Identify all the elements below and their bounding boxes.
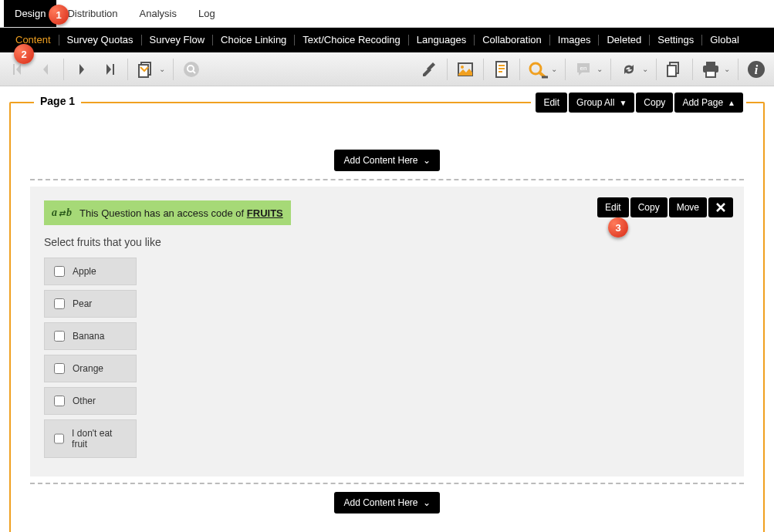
- sync-button[interactable]: [616, 56, 642, 82]
- svg-rect-17: [706, 62, 715, 66]
- sub-nav-content[interactable]: Content: [8, 35, 59, 45]
- copy-icon: [665, 60, 684, 79]
- print-button[interactable]: [698, 56, 724, 82]
- design-tools-icon: [420, 60, 438, 79]
- add-content-top-button[interactable]: Add Content Here ⌄: [334, 150, 439, 171]
- info-button[interactable]: i: [743, 56, 769, 82]
- sub-nav-survey-flow[interactable]: Survey Flow: [142, 35, 214, 45]
- pages-dropdown-icon[interactable]: ⌄: [159, 65, 165, 73]
- sub-nav-choice-linking[interactable]: Choice Linking: [213, 35, 295, 45]
- chevron-left-icon: [38, 62, 53, 77]
- choice-label: Orange: [73, 363, 103, 374]
- choice-checkbox[interactable]: [54, 396, 65, 406]
- translate-button[interactable]: en: [570, 56, 597, 82]
- sync-icon: [620, 60, 638, 79]
- image-button[interactable]: [452, 56, 478, 82]
- preview-icon: [527, 60, 549, 79]
- sub-nav-languages[interactable]: Languages: [409, 35, 475, 45]
- print-icon: [701, 60, 721, 79]
- question-move-button[interactable]: Move: [669, 197, 707, 217]
- choice-item[interactable]: Pear: [44, 290, 137, 318]
- access-code-value[interactable]: FRUITS: [247, 207, 283, 219]
- page-add-page-button[interactable]: Add Page ▲: [674, 93, 743, 113]
- sub-nav-settings[interactable]: Settings: [650, 35, 702, 45]
- access-code-icon: a⇄b: [52, 207, 72, 219]
- sub-nav: Content Survey Quotas Survey Flow Choice…: [0, 28, 774, 52]
- page-box: Page 1 Edit Group All ▼ Copy Add Page ▲ …: [9, 102, 765, 532]
- main-nav-analysis[interactable]: Analysis: [129, 0, 188, 27]
- annotation-bubble-1: 1: [49, 5, 69, 25]
- choice-checkbox[interactable]: [54, 363, 65, 374]
- svg-point-11: [530, 63, 541, 74]
- search-icon: [183, 61, 200, 78]
- chevron-down-icon: ⌄: [423, 155, 431, 166]
- add-content-bottom-label: Add Content Here: [343, 497, 417, 508]
- choice-label: Pear: [73, 298, 92, 309]
- sub-nav-global[interactable]: Global: [702, 35, 747, 45]
- choice-item[interactable]: Apple: [44, 258, 137, 285]
- chevron-right-icon: [74, 62, 90, 77]
- design-tools-button[interactable]: [416, 56, 442, 82]
- choice-checkbox[interactable]: [54, 266, 65, 277]
- main-nav-log[interactable]: Log: [188, 0, 226, 27]
- dashed-divider: [30, 179, 744, 180]
- document-icon: [493, 60, 510, 79]
- svg-rect-16: [668, 66, 676, 76]
- annotation-bubble-3: 3: [608, 217, 628, 237]
- page-copy-button[interactable]: Copy: [636, 93, 673, 113]
- sub-nav-deleted[interactable]: Deleted: [599, 35, 650, 45]
- preview-button[interactable]: [525, 56, 551, 82]
- annotation-bubble-2: 2: [14, 44, 34, 64]
- question-copy-button[interactable]: Copy: [630, 197, 668, 217]
- pages-icon: [137, 60, 155, 79]
- page-group-all-label: Group All: [576, 97, 614, 108]
- question-block: Edit Copy Move 3 a⇄b This Question has a…: [30, 187, 744, 476]
- sub-nav-survey-quotas[interactable]: Survey Quotas: [59, 35, 142, 45]
- page-canvas: Page 1 Edit Group All ▼ Copy Add Page ▲ …: [0, 86, 774, 532]
- choice-checkbox[interactable]: [54, 331, 65, 342]
- question-edit-button[interactable]: Edit: [597, 197, 629, 217]
- page-actions: Edit Group All ▼ Copy Add Page ▲: [531, 93, 746, 113]
- pages-button[interactable]: [133, 56, 159, 82]
- nav-last-button[interactable]: [96, 56, 123, 82]
- svg-point-6: [461, 66, 464, 69]
- sub-nav-collaboration[interactable]: Collaboration: [475, 35, 550, 45]
- sub-nav-images[interactable]: Images: [550, 35, 600, 45]
- svg-text:en: en: [580, 65, 587, 72]
- copy-button[interactable]: [661, 56, 688, 82]
- preview-dropdown-icon[interactable]: ⌄: [551, 65, 557, 73]
- question-actions: Edit Copy Move: [597, 197, 733, 217]
- search-button[interactable]: [178, 56, 204, 82]
- svg-rect-19: [706, 71, 715, 77]
- page-add-page-label: Add Page: [682, 97, 723, 108]
- info-icon: i: [747, 60, 766, 79]
- question-title: Select fruits that you like: [44, 236, 730, 248]
- page-group-all-button[interactable]: Group All ▼: [569, 93, 634, 113]
- choice-item[interactable]: Other: [44, 387, 137, 415]
- choice-item[interactable]: Banana: [44, 322, 137, 350]
- document-button[interactable]: [488, 56, 515, 82]
- nav-prev-button[interactable]: [32, 56, 59, 82]
- choice-item[interactable]: I don't eat fruit: [44, 419, 137, 458]
- print-dropdown-icon[interactable]: ⌄: [724, 65, 730, 73]
- sync-dropdown-icon[interactable]: ⌄: [642, 65, 648, 73]
- toolbar: 2 ⌄: [0, 52, 774, 86]
- speech-bubble-icon: en: [574, 60, 593, 79]
- nav-next-button[interactable]: [69, 56, 95, 82]
- choice-checkbox[interactable]: [54, 433, 64, 444]
- close-icon: [716, 203, 725, 212]
- question-delete-button[interactable]: [708, 197, 733, 217]
- choice-label: Other: [73, 396, 96, 406]
- sub-nav-text-choice-recoding[interactable]: Text/Choice Recoding: [295, 35, 408, 45]
- page-edit-button[interactable]: Edit: [536, 93, 567, 113]
- choice-label: Apple: [73, 266, 96, 277]
- add-content-bottom-button[interactable]: Add Content Here ⌄: [334, 492, 439, 513]
- arrow-up-icon: ▲: [728, 99, 735, 107]
- choice-checkbox[interactable]: [54, 298, 65, 309]
- translate-dropdown-icon[interactable]: ⌄: [597, 65, 603, 73]
- main-nav: Design Distribution Analysis Log 1: [0, 0, 774, 28]
- image-icon: [456, 60, 475, 79]
- choice-label: Banana: [73, 331, 104, 342]
- choice-item[interactable]: Orange: [44, 355, 137, 382]
- svg-point-2: [184, 62, 199, 77]
